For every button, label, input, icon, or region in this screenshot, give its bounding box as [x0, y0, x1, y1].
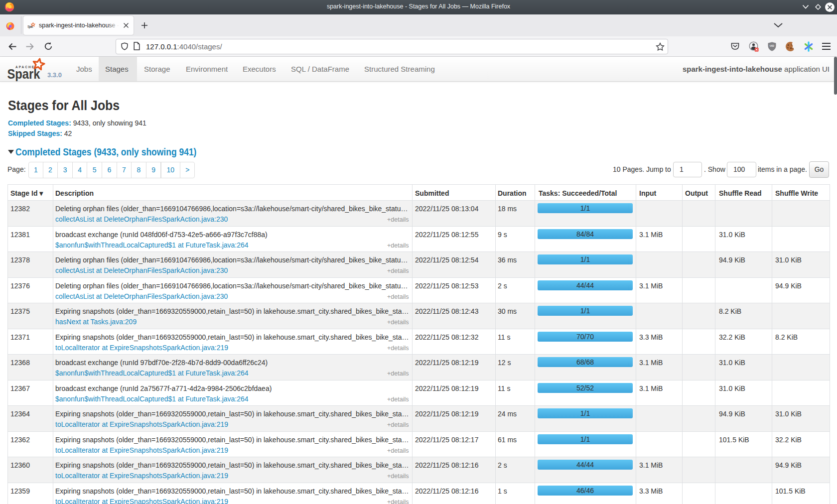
svg-text:UO: UO — [770, 44, 774, 47]
